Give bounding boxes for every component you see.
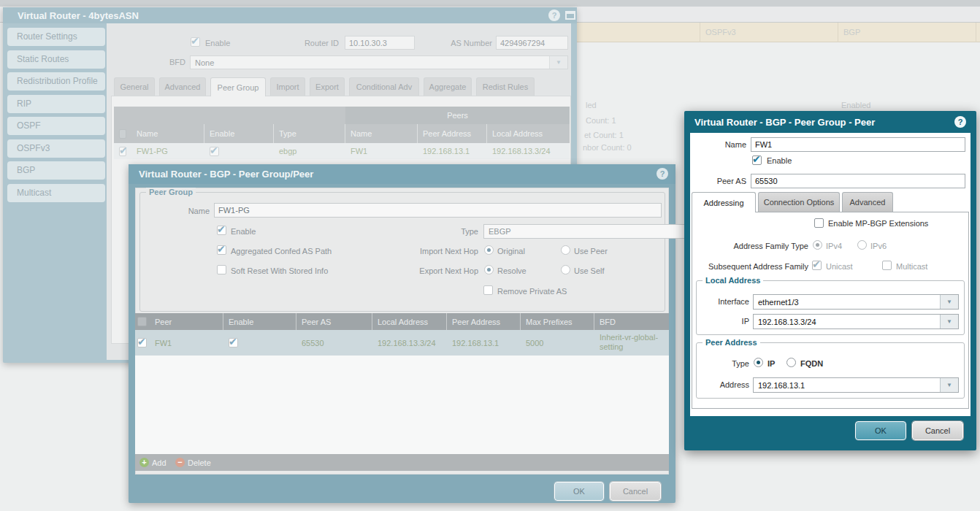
- ipv4-label: IPv4: [826, 242, 842, 251]
- dialog-peer-group: Virtual Router - BGP - Peer Group/Peer P…: [129, 164, 675, 503]
- sidebar-item-router-settings[interactable]: Router Settings: [7, 28, 105, 46]
- export-use-self-radio[interactable]: [561, 265, 570, 274]
- select-all-checkbox[interactable]: [137, 317, 147, 326]
- address-value: 192.168.13.1: [754, 378, 940, 392]
- as-number-input[interactable]: [496, 36, 568, 50]
- sidebar-item-redistribution-profile[interactable]: Redistribution Profile: [7, 72, 105, 91]
- cancel-button[interactable]: Cancel: [610, 482, 661, 501]
- enable-checkbox[interactable]: [752, 155, 762, 165]
- row-checkbox[interactable]: [137, 338, 147, 347]
- ip-dropdown[interactable]: 192.168.13.3/24: [753, 314, 959, 329]
- delete-icon[interactable]: −: [175, 458, 185, 467]
- add-button[interactable]: Add: [152, 458, 166, 468]
- tab-conditional-adv[interactable]: Conditional Adv: [349, 77, 419, 96]
- chevron-down-icon[interactable]: [940, 378, 958, 392]
- delete-button[interactable]: Delete: [188, 458, 211, 468]
- column-header-max-prefixes[interactable]: Max Prefixes: [521, 313, 594, 330]
- name-input[interactable]: [214, 203, 662, 218]
- import-use-peer-radio[interactable]: [561, 245, 570, 255]
- background-top-bar: [0, 0, 980, 7]
- mp-bgp-checkbox[interactable]: [814, 218, 824, 228]
- dialog-header: Virtual Router - BGP - Peer Group/Peer: [129, 164, 675, 184]
- tab-advanced[interactable]: Advanced: [842, 192, 893, 212]
- multicast-checkbox[interactable]: [882, 261, 892, 270]
- select-all-checkbox[interactable]: [119, 129, 126, 139]
- local-address-legend: Local Address: [703, 276, 763, 285]
- tab-peer-group[interactable]: Peer Group: [210, 77, 266, 96]
- row-enable-checkbox[interactable]: [210, 147, 219, 156]
- ipv6-radio[interactable]: [857, 240, 867, 250]
- interface-dropdown[interactable]: ethernet1/3: [753, 294, 959, 310]
- cell-type: ebgp: [274, 143, 345, 159]
- column-divider: [838, 23, 838, 42]
- table-row[interactable]: FW1 65530 192.168.13.3/24 192.168.13.1 5…: [135, 330, 669, 356]
- import-original-radio[interactable]: [484, 245, 494, 255]
- chevron-down-icon[interactable]: [940, 295, 958, 309]
- sidebar-item-rip[interactable]: RIP: [7, 95, 105, 113]
- unicast-checkbox[interactable]: [812, 261, 822, 270]
- sidebar-item-static-routes[interactable]: Static Routes: [7, 50, 105, 69]
- tab-addressing[interactable]: Addressing: [692, 192, 756, 212]
- tab-general[interactable]: General: [114, 77, 155, 96]
- sidebar-item-multicast[interactable]: Multicast: [7, 184, 105, 202]
- sidebar-item-ospf[interactable]: OSPF: [7, 117, 105, 135]
- soft-reset-label: Soft Reset With Stored Info: [231, 266, 328, 276]
- ipv4-radio[interactable]: [813, 240, 822, 250]
- column-header-peer-address[interactable]: Peer Address: [418, 124, 487, 143]
- unicast-label: Unicast: [826, 262, 853, 272]
- table-row[interactable]: FW1-PG ebgp FW1 192.168.13.1 192.168.13.…: [114, 143, 570, 159]
- fqdn-radio[interactable]: [786, 358, 796, 367]
- enable-checkbox[interactable]: [217, 226, 226, 235]
- export-resolve-radio[interactable]: [484, 265, 494, 274]
- tab-redist-rules[interactable]: Redist Rules: [476, 77, 535, 96]
- remove-private-as-checkbox[interactable]: [483, 285, 493, 295]
- address-dropdown[interactable]: 192.168.13.1: [753, 377, 959, 393]
- soft-reset-checkbox[interactable]: [217, 265, 226, 274]
- tab-import[interactable]: Import: [270, 77, 305, 96]
- column-header-peer[interactable]: Peer: [150, 313, 223, 330]
- tab-export[interactable]: Export: [310, 77, 345, 96]
- aggregated-confed-checkbox[interactable]: [217, 245, 226, 255]
- ok-button[interactable]: OK: [554, 482, 604, 501]
- name-input[interactable]: [751, 137, 965, 152]
- as-number-label: AS Number: [423, 39, 492, 48]
- column-header-bfd[interactable]: BFD: [594, 313, 669, 330]
- tab-connection-options[interactable]: Connection Options: [758, 192, 840, 212]
- column-header-local-address[interactable]: Local Address: [487, 124, 570, 143]
- window-icon[interactable]: [565, 11, 575, 20]
- peer-as-input[interactable]: [751, 174, 965, 188]
- column-header-local-address[interactable]: Local Address: [372, 313, 447, 330]
- help-icon[interactable]: [548, 9, 560, 21]
- bfd-dropdown[interactable]: None: [190, 55, 568, 69]
- chevron-down-icon[interactable]: [549, 56, 567, 69]
- column-header-name[interactable]: Name: [131, 124, 204, 143]
- ip-type-radio[interactable]: [754, 358, 763, 367]
- ip-type-label: IP: [767, 359, 775, 369]
- enable-checkbox[interactable]: [191, 37, 200, 47]
- column-header-peer-address[interactable]: Peer Address: [447, 313, 521, 330]
- column-header-enable[interactable]: Enable: [223, 313, 296, 330]
- chevron-down-icon[interactable]: [940, 315, 958, 328]
- help-icon[interactable]: [954, 116, 966, 128]
- peers-group-header: Peers: [345, 107, 570, 124]
- ok-button[interactable]: OK: [855, 421, 906, 440]
- router-id-input[interactable]: [345, 36, 415, 50]
- column-header-peer-name[interactable]: Name: [345, 124, 418, 143]
- cell-peer: FW1: [150, 330, 223, 356]
- sidebar-item-bgp[interactable]: BGP: [7, 161, 105, 180]
- enable-label: Enable: [205, 39, 230, 48]
- tab-advanced[interactable]: Advanced: [159, 77, 206, 96]
- row-enable-checkbox[interactable]: [229, 338, 238, 347]
- column-header-peer-as[interactable]: Peer AS: [296, 313, 372, 330]
- add-icon[interactable]: +: [139, 458, 149, 467]
- column-header-type[interactable]: Type: [274, 124, 345, 143]
- table-group-header: Peers: [114, 107, 570, 124]
- cell-peer-as: 65530: [296, 330, 372, 356]
- tab-aggregate[interactable]: Aggregate: [424, 77, 472, 96]
- row-checkbox[interactable]: [119, 147, 126, 156]
- help-icon[interactable]: [656, 168, 668, 180]
- column-header-enable[interactable]: Enable: [204, 124, 274, 143]
- column-divider: [700, 23, 700, 42]
- sidebar-item-ospfv3[interactable]: OSPFv3: [7, 139, 105, 158]
- cancel-button[interactable]: Cancel: [912, 421, 963, 440]
